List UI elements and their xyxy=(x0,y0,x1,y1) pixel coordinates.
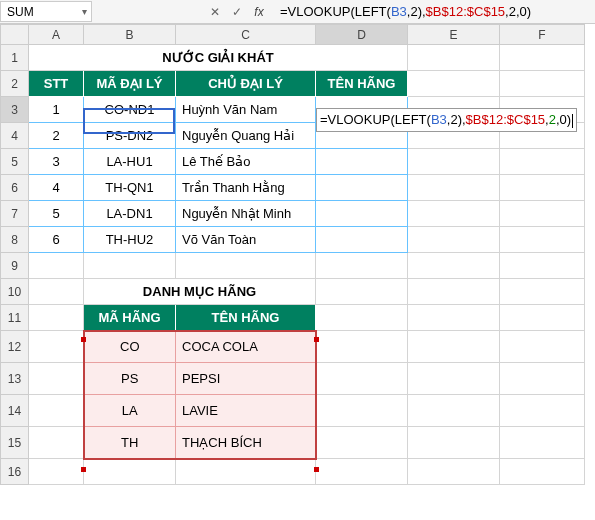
cell-F13[interactable] xyxy=(500,363,585,395)
cell-E10[interactable] xyxy=(408,279,500,305)
row-15[interactable]: 15 xyxy=(1,427,29,459)
col-C[interactable]: C xyxy=(176,25,316,45)
row-13[interactable]: 13 xyxy=(1,363,29,395)
column-headers[interactable]: A B C D E F xyxy=(1,25,585,45)
fx-button[interactable]: fx xyxy=(248,2,270,22)
cell-C15[interactable]: THẠCH BÍCH xyxy=(176,427,316,459)
cell-E2[interactable] xyxy=(408,71,500,97)
cell-A15[interactable] xyxy=(29,427,84,459)
cell-D9[interactable] xyxy=(316,253,408,279)
cell-D16[interactable] xyxy=(316,459,408,485)
cell-C16[interactable] xyxy=(176,459,316,485)
cell-C4[interactable]: Nguyễn Quang Hải xyxy=(176,123,316,149)
cell-F6[interactable] xyxy=(500,175,585,201)
cell-E7[interactable] xyxy=(408,201,500,227)
cell-C9[interactable] xyxy=(176,253,316,279)
cell-B13[interactable]: PS xyxy=(84,363,176,395)
row-8[interactable]: 8 xyxy=(1,227,29,253)
cell-F2[interactable] xyxy=(500,71,585,97)
cell-D6[interactable] xyxy=(316,175,408,201)
cell-E16[interactable] xyxy=(408,459,500,485)
cell-A8[interactable]: 6 xyxy=(29,227,84,253)
cell-C13[interactable]: PEPSI xyxy=(176,363,316,395)
cell-A7[interactable]: 5 xyxy=(29,201,84,227)
select-all-corner[interactable] xyxy=(1,25,29,45)
dropdown-icon[interactable]: ▾ xyxy=(82,6,87,17)
cell-F7[interactable] xyxy=(500,201,585,227)
row-4[interactable]: 4 xyxy=(1,123,29,149)
cell-E5[interactable] xyxy=(408,149,500,175)
cell-B5[interactable]: LA-HU1 xyxy=(84,149,176,175)
cell-F15[interactable] xyxy=(500,427,585,459)
row-14[interactable]: 14 xyxy=(1,395,29,427)
cell-A9[interactable] xyxy=(29,253,84,279)
cell-A12[interactable] xyxy=(29,331,84,363)
cell-B15[interactable]: TH xyxy=(84,427,176,459)
cell-B16[interactable] xyxy=(84,459,176,485)
col-F[interactable]: F xyxy=(500,25,585,45)
cell-E6[interactable] xyxy=(408,175,500,201)
cell-F12[interactable] xyxy=(500,331,585,363)
cell-C12[interactable]: COCA COLA xyxy=(176,331,316,363)
cell-F1[interactable] xyxy=(500,45,585,71)
row-6[interactable]: 6 xyxy=(1,175,29,201)
cell-C14[interactable]: LAVIE xyxy=(176,395,316,427)
cell-A16[interactable] xyxy=(29,459,84,485)
cell-B14[interactable]: LA xyxy=(84,395,176,427)
row-7[interactable]: 7 xyxy=(1,201,29,227)
cell-A10[interactable] xyxy=(29,279,84,305)
cell-D11[interactable] xyxy=(316,305,408,331)
cell-B7[interactable]: LA-DN1 xyxy=(84,201,176,227)
cell-editor[interactable]: =VLOOKUP(LEFT(B3,2),$B$12:$C$15,2,0) xyxy=(316,108,577,132)
cell-E12[interactable] xyxy=(408,331,500,363)
cell-A13[interactable] xyxy=(29,363,84,395)
row-10[interactable]: 10 xyxy=(1,279,29,305)
cell-B3[interactable]: CO-ND1 xyxy=(84,97,176,123)
formula-input[interactable]: =VLOOKUP(LEFT(B3,2),$B$12:$C$15,2,0) xyxy=(274,4,595,19)
cell-E13[interactable] xyxy=(408,363,500,395)
cell-C3[interactable]: Huỳnh Văn Nam xyxy=(176,97,316,123)
cell-E1[interactable] xyxy=(408,45,500,71)
cell-E9[interactable] xyxy=(408,253,500,279)
col-E[interactable]: E xyxy=(408,25,500,45)
cell-C7[interactable]: Nguyễn Nhật Minh xyxy=(176,201,316,227)
cell-F9[interactable] xyxy=(500,253,585,279)
cell-C5[interactable]: Lê Thế Bảo xyxy=(176,149,316,175)
cell-C8[interactable]: Võ Văn Toàn xyxy=(176,227,316,253)
col-D[interactable]: D xyxy=(316,25,408,45)
cell-D12[interactable] xyxy=(316,331,408,363)
cell-D7[interactable] xyxy=(316,201,408,227)
cell-A6[interactable]: 4 xyxy=(29,175,84,201)
cell-F16[interactable] xyxy=(500,459,585,485)
cell-B8[interactable]: TH-HU2 xyxy=(84,227,176,253)
row-3[interactable]: 3 xyxy=(1,97,29,123)
cell-E15[interactable] xyxy=(408,427,500,459)
cell-A11[interactable] xyxy=(29,305,84,331)
cell-B6[interactable]: TH-QN1 xyxy=(84,175,176,201)
enter-button[interactable]: ✓ xyxy=(226,2,248,22)
row-12[interactable]: 12 xyxy=(1,331,29,363)
cell-B9[interactable] xyxy=(84,253,176,279)
cell-D8[interactable] xyxy=(316,227,408,253)
cell-D15[interactable] xyxy=(316,427,408,459)
cell-F8[interactable] xyxy=(500,227,585,253)
cell-D10[interactable] xyxy=(316,279,408,305)
row-11[interactable]: 11 xyxy=(1,305,29,331)
cell-F5[interactable] xyxy=(500,149,585,175)
cell-D13[interactable] xyxy=(316,363,408,395)
cancel-button[interactable]: ✕ xyxy=(204,2,226,22)
cell-B4[interactable]: PS-DN2 xyxy=(84,123,176,149)
cell-E8[interactable] xyxy=(408,227,500,253)
cell-F10[interactable] xyxy=(500,279,585,305)
cell-E11[interactable] xyxy=(408,305,500,331)
cell-A3[interactable]: 1 xyxy=(29,97,84,123)
row-9[interactable]: 9 xyxy=(1,253,29,279)
cell-A5[interactable]: 3 xyxy=(29,149,84,175)
cell-D5[interactable] xyxy=(316,149,408,175)
row-1[interactable]: 1 xyxy=(1,45,29,71)
row-16[interactable]: 16 xyxy=(1,459,29,485)
cell-F11[interactable] xyxy=(500,305,585,331)
worksheet[interactable]: A B C D E F 1 NƯỚC GIẢI KHÁT 2 STT MÃ ĐẠ… xyxy=(0,24,595,485)
cell-E14[interactable] xyxy=(408,395,500,427)
col-A[interactable]: A xyxy=(29,25,84,45)
